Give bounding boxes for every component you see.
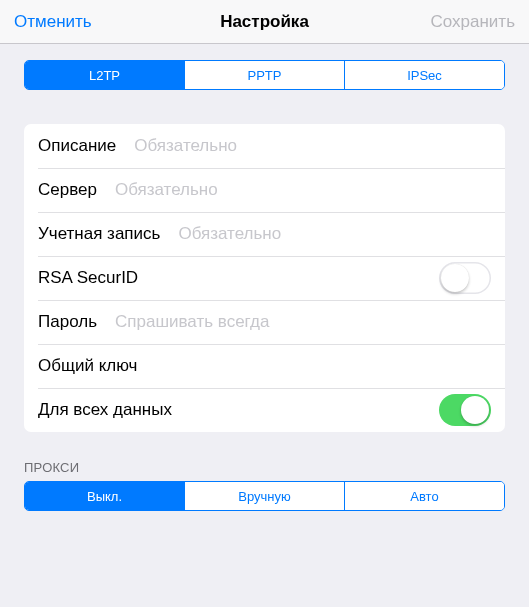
toggle-rsa[interactable] (439, 262, 491, 294)
row-rsa: RSA SecurID (24, 256, 505, 300)
label-server: Сервер (38, 180, 97, 200)
toggle-sendall[interactable] (439, 394, 491, 426)
input-password[interactable] (113, 311, 491, 333)
input-server[interactable] (113, 179, 491, 201)
toggle-knob-icon (461, 396, 489, 424)
label-secret: Общий ключ (38, 356, 137, 376)
proxy-off[interactable]: Выкл. (25, 482, 184, 510)
row-password: Пароль (24, 300, 505, 344)
vpn-type-segment-wrap: L2TP PPTP IPSec (0, 44, 529, 104)
cancel-button[interactable]: Отменить (10, 12, 96, 32)
label-sendall: Для всех данных (38, 400, 172, 420)
label-description: Описание (38, 136, 116, 156)
proxy-header: ПРОКСИ (24, 460, 505, 475)
proxy-segmented: Выкл. Вручную Авто (24, 481, 505, 511)
row-account: Учетная запись (24, 212, 505, 256)
label-rsa: RSA SecurID (38, 268, 138, 288)
toggle-knob-icon (441, 264, 469, 292)
input-account[interactable] (176, 223, 491, 245)
proxy-auto[interactable]: Авто (344, 482, 504, 510)
input-secret[interactable] (153, 355, 491, 377)
input-description[interactable] (132, 135, 491, 157)
label-password: Пароль (38, 312, 97, 332)
row-description: Описание (24, 124, 505, 168)
save-button[interactable]: Сохранить (427, 12, 519, 32)
vpn-type-pptp[interactable]: PPTP (184, 61, 344, 89)
vpn-type-segmented: L2TP PPTP IPSec (24, 60, 505, 90)
row-sendall: Для всех данных (24, 388, 505, 432)
label-account: Учетная запись (38, 224, 160, 244)
vpn-type-ipsec[interactable]: IPSec (344, 61, 504, 89)
row-server: Сервер (24, 168, 505, 212)
title-bar: Отменить Настройка Сохранить (0, 0, 529, 44)
vpn-type-l2tp[interactable]: L2TP (25, 61, 184, 89)
proxy-manual[interactable]: Вручную (184, 482, 344, 510)
row-secret: Общий ключ (24, 344, 505, 388)
vpn-fields-group: Описание Сервер Учетная запись RSA Secur… (24, 124, 505, 432)
